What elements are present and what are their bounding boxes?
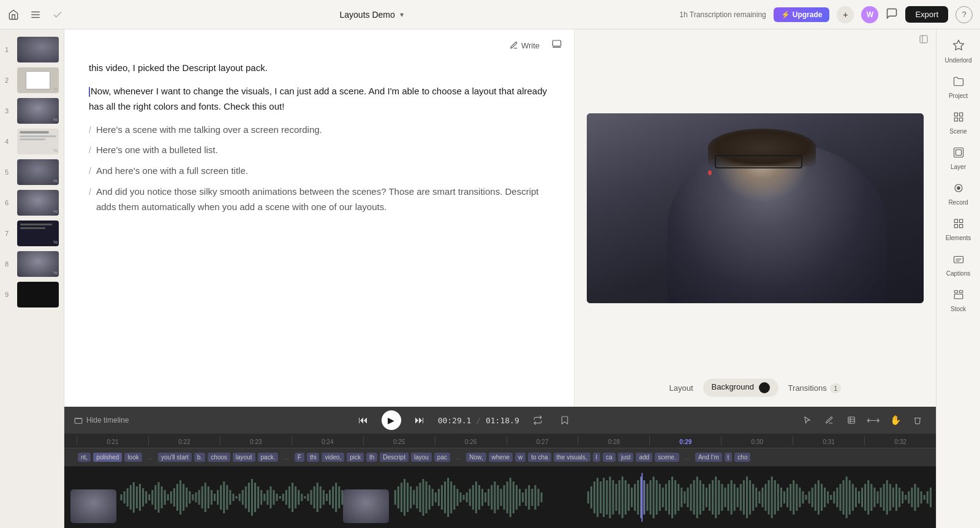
background-tab[interactable]: Background xyxy=(703,379,778,397)
clip-thumbnail[interactable]: % xyxy=(17,190,59,216)
list-item[interactable]: 3 % xyxy=(0,96,64,126)
sidebar-item-record[interactable]: Record xyxy=(939,178,978,211)
upgrade-button[interactable]: ⚡ Upgrade xyxy=(774,7,830,22)
svg-rect-195 xyxy=(790,484,791,511)
chat-icon[interactable] xyxy=(886,7,898,22)
svg-rect-258 xyxy=(954,290,957,293)
rewind-button[interactable]: ⏮ xyxy=(355,412,372,429)
list-item[interactable]: 4 % xyxy=(0,126,64,157)
home-icon[interactable] xyxy=(7,9,20,21)
list-item[interactable]: 5 % xyxy=(0,157,64,187)
content-area: Write this video, I picked the Descript … xyxy=(64,29,936,528)
svg-rect-106 xyxy=(469,489,471,506)
text-tool-button[interactable] xyxy=(843,412,860,429)
add-button[interactable]: + xyxy=(837,6,854,23)
timeline-ruler: 0:21 0:22 0:23 0:24 0:25 0:26 0:27 0:28 … xyxy=(64,434,936,448)
svg-rect-29 xyxy=(179,480,181,515)
svg-rect-146 xyxy=(637,480,639,515)
clip-slash-icon: % xyxy=(53,209,58,214)
svg-rect-124 xyxy=(525,489,527,506)
panel-toggle-icon[interactable] xyxy=(919,34,929,44)
stock-icon xyxy=(953,289,964,303)
svg-rect-77 xyxy=(329,490,331,505)
sidebar-item-stock[interactable]: Stock xyxy=(939,284,978,317)
clip-thumbnail[interactable] xyxy=(17,282,59,307)
sidebar-item-scene[interactable]: Scene xyxy=(939,107,978,140)
svg-rect-208 xyxy=(830,495,832,500)
hand-tool-button[interactable]: ✋ xyxy=(887,412,904,429)
sidebar-item-elements[interactable]: Elements xyxy=(939,213,978,246)
svg-rect-243 xyxy=(954,113,957,116)
svg-rect-97 xyxy=(441,485,443,510)
svg-rect-193 xyxy=(783,491,785,503)
clip-thumbnail[interactable]: % xyxy=(17,221,59,246)
sidebar-item-underlord[interactable]: Underlord xyxy=(939,34,978,69)
timeline-clip-thumbnail[interactable] xyxy=(70,489,116,523)
svg-rect-70 xyxy=(307,494,309,501)
draw-tool-button[interactable] xyxy=(821,412,838,429)
ruler-tick: 0:26 xyxy=(435,436,507,445)
svg-rect-126 xyxy=(531,489,533,506)
write-button[interactable]: Write xyxy=(505,39,545,53)
svg-rect-238 xyxy=(924,495,925,500)
list-item[interactable]: 7 % xyxy=(0,218,64,249)
svg-rect-34 xyxy=(195,492,197,502)
clip-thumbnail[interactable]: % xyxy=(17,251,59,277)
svg-rect-196 xyxy=(793,480,794,515)
text-editor[interactable]: Write this video, I picked the Descript … xyxy=(64,29,575,407)
list-item[interactable]: 6 % xyxy=(0,187,64,218)
select-tool-button[interactable] xyxy=(799,412,816,429)
svg-rect-39 xyxy=(211,490,213,505)
svg-rect-176 xyxy=(731,480,733,515)
list-item[interactable]: 1 xyxy=(0,34,64,65)
export-button[interactable]: Export xyxy=(905,6,948,23)
svg-rect-220 xyxy=(867,480,869,515)
layout-view-button[interactable] xyxy=(549,37,564,54)
layout-tab[interactable]: Layout xyxy=(661,380,702,396)
svg-rect-74 xyxy=(320,486,322,508)
chevron-icon[interactable]: ▾ xyxy=(400,10,404,19)
sidebar-item-project[interactable]: Project xyxy=(939,71,978,104)
menu-icon[interactable] xyxy=(29,9,42,21)
list-item[interactable]: 8 % xyxy=(0,249,64,279)
scene-controls: Layout Background Transitions 1 xyxy=(575,372,936,407)
clip-thumbnail[interactable]: % xyxy=(17,67,59,93)
svg-rect-52 xyxy=(251,479,253,516)
svg-rect-129 xyxy=(541,492,543,502)
word-chip: whene xyxy=(489,453,513,462)
stock-label: Stock xyxy=(951,306,966,312)
clip-thumbnail[interactable]: % xyxy=(17,159,59,185)
svg-rect-182 xyxy=(749,480,751,515)
svg-rect-138 xyxy=(612,480,614,515)
play-button[interactable]: ▶ xyxy=(382,410,401,430)
clip-thumbnail[interactable]: % xyxy=(17,129,59,154)
fast-forward-button[interactable]: ⏭ xyxy=(411,412,428,429)
svg-rect-128 xyxy=(537,489,539,506)
list-item[interactable]: 2 % xyxy=(0,65,64,96)
list-item[interactable]: 9 xyxy=(0,279,64,310)
svg-rect-67 xyxy=(298,490,300,505)
loop-button[interactable] xyxy=(529,412,546,429)
resize-tool-button[interactable]: ⟷ xyxy=(865,412,882,429)
word-chip: polished xyxy=(93,453,122,462)
scene-line: / Here's one with a bulleted list. xyxy=(89,142,549,158)
sidebar-item-layer[interactable]: Layer xyxy=(939,142,978,175)
delete-tool-button[interactable] xyxy=(909,412,926,429)
sidebar-item-captions[interactable]: Captions xyxy=(939,249,978,282)
transitions-tab[interactable]: Transitions 1 xyxy=(780,380,850,396)
clip-thumbnail[interactable] xyxy=(17,37,59,62)
timeline-clip-thumbnail[interactable] xyxy=(343,489,389,523)
clip-thumbnail[interactable]: % xyxy=(17,98,59,124)
svg-rect-114 xyxy=(494,481,496,513)
project-title[interactable]: Layouts Demo xyxy=(340,10,395,20)
help-icon[interactable]: ? xyxy=(956,6,973,23)
svg-rect-69 xyxy=(304,496,306,499)
svg-rect-172 xyxy=(718,480,720,515)
ruler-tick: 0:24 xyxy=(292,436,363,445)
svg-rect-218 xyxy=(861,488,863,507)
ruler-tick: 0:29 xyxy=(649,436,721,445)
bookmark-button[interactable] xyxy=(556,412,573,429)
svg-rect-18 xyxy=(145,491,147,503)
hide-timeline-button[interactable]: Hide timeline xyxy=(74,416,129,424)
svg-rect-88 xyxy=(413,490,415,505)
